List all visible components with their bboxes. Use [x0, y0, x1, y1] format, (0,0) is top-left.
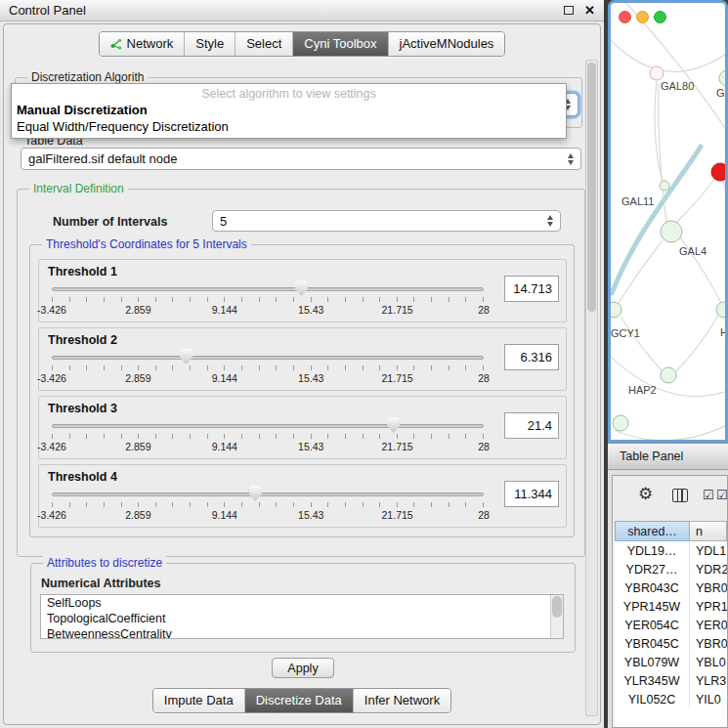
slider-thumb[interactable]	[387, 417, 400, 433]
table-cell-name[interactable]: YBR0	[690, 634, 727, 653]
threshold-value-field[interactable]: 6.316	[504, 344, 559, 370]
table-data-combobox[interactable]: galFiltered.sif default node	[21, 148, 581, 170]
table-cell-shared-name[interactable]: YLR345W	[615, 671, 690, 690]
network-edge	[611, 29, 725, 71]
table-row[interactable]: YLR345WYLR3	[615, 671, 727, 690]
network-view-window[interactable]: GAL80 GA GAL11 GAL4 GCY1 HAP2 H	[608, 0, 728, 443]
table-cell-shared-name[interactable]: YPR145W	[615, 597, 690, 616]
select-all-checkbox-icon[interactable]: ☑	[703, 488, 714, 502]
number-of-intervals-combobox[interactable]: 5	[212, 210, 561, 232]
scrollbar-thumb[interactable]	[587, 63, 596, 312]
slider-track[interactable]	[52, 356, 484, 360]
table-cell-shared-name[interactable]: YDR27…	[615, 560, 690, 578]
minimize-icon[interactable]	[564, 6, 574, 15]
table-cell-name[interactable]: YDR2	[690, 560, 727, 578]
slider-thumb[interactable]	[249, 486, 262, 501]
table-row[interactable]: YDR27…YDR2	[615, 560, 727, 578]
table-header-row: shared… n	[615, 521, 727, 541]
table-cell-name[interactable]: YIL0	[690, 690, 727, 708]
network-node[interactable]	[661, 367, 676, 383]
list-scrollbar[interactable]	[550, 595, 563, 638]
network-node[interactable]	[611, 302, 621, 318]
threshold-value-field[interactable]: 11.344	[504, 481, 559, 507]
table-row[interactable]: YDL19…YDL1	[615, 541, 727, 560]
column-header-name[interactable]: n	[690, 521, 727, 541]
network-node[interactable]	[650, 66, 664, 80]
table-panel-titlebar[interactable]: Table Panel	[608, 443, 728, 470]
network-edge	[619, 240, 663, 303]
table-row[interactable]: YBR043CYBR0	[615, 578, 727, 597]
scrollbar-thumb[interactable]	[552, 596, 562, 618]
slider-track[interactable]	[52, 492, 484, 496]
tab-network[interactable]: Network	[100, 32, 185, 56]
threshold-block: Threshold 2 6.316 -3.4262.8599.14415.432…	[38, 327, 567, 391]
threshold-value-field[interactable]: 21.4	[504, 412, 559, 439]
table-cell-name[interactable]: YLR3	[690, 671, 727, 690]
network-node[interactable]	[660, 181, 669, 191]
table-cell-name[interactable]: YER0	[690, 616, 727, 634]
table-cell-shared-name[interactable]: YBR043C	[615, 578, 690, 597]
network-node[interactable]	[613, 415, 628, 431]
tab-discretize-data[interactable]: Discretize Data	[244, 689, 353, 712]
table-row[interactable]: YER054CYER0	[615, 616, 727, 634]
apply-button[interactable]: Apply	[272, 658, 334, 678]
table-cell-name[interactable]: YPR1	[690, 597, 727, 616]
close-traffic-icon[interactable]	[619, 11, 631, 23]
network-node[interactable]	[716, 302, 725, 318]
numerical-attributes-list[interactable]: SelfLoopsTopologicalCoefficientBetweenne…	[40, 594, 564, 639]
bottom-tab-bar: Impute Data Discretize Data Infer Networ…	[4, 688, 600, 713]
threshold-slider[interactable]: -3.4262.8599.14415.4321.71528	[52, 486, 484, 525]
threshold-value-field[interactable]: 14.713	[504, 276, 559, 302]
control-panel-scrollbar[interactable]	[585, 60, 598, 716]
tab-label: Network	[127, 36, 174, 51]
list-item[interactable]: TopologicalCoefficient	[41, 611, 563, 626]
slider-track[interactable]	[52, 424, 484, 428]
table-cell-shared-name[interactable]: YBL079W	[615, 653, 690, 671]
table-cell-name[interactable]: YBL0	[690, 653, 727, 671]
threshold-slider[interactable]: -3.4262.8599.14415.4321.71528	[52, 349, 484, 388]
table-row[interactable]: YPR145WYPR1	[615, 597, 727, 616]
slider-scale-label: -3.426	[37, 372, 66, 384]
slider-scale-label: 9.144	[212, 372, 237, 384]
interval-definition-group: Interval Definition Number of Intervals …	[17, 189, 585, 557]
settings-gear-icon[interactable]: ⚙	[638, 484, 653, 504]
table-row[interactable]: YBL079WYBL0	[615, 653, 727, 671]
list-item[interactable]: SelfLoops	[41, 595, 563, 611]
dropdown-item-equal-width[interactable]: Equal Width/Frequency Discretization	[12, 118, 566, 135]
slider-track[interactable]	[52, 287, 484, 291]
tab-label: Style	[195, 36, 224, 51]
table-cell-shared-name[interactable]: YDL19…	[615, 541, 690, 560]
threshold-slider[interactable]: -3.4262.8599.14415.4321.71528	[52, 417, 484, 456]
table-cell-name[interactable]: YBR0	[690, 578, 727, 597]
table-row[interactable]: YBR045CYBR0	[615, 634, 727, 653]
tab-cyni-toolbox[interactable]: Cyni Toolbox	[292, 32, 387, 56]
slider-thumb[interactable]	[295, 280, 308, 296]
table-cell-shared-name[interactable]: YBR045C	[615, 634, 690, 653]
control-panel-titlebar[interactable]: Control Panel ✕	[0, 0, 604, 21]
tab-style[interactable]: Style	[184, 32, 235, 56]
table-row[interactable]: YIL052CYIL0	[615, 690, 727, 708]
zoom-traffic-icon[interactable]	[654, 11, 666, 23]
table-cell-shared-name[interactable]: YIL052C	[615, 690, 690, 708]
columns-icon[interactable]	[672, 489, 688, 502]
network-node-selected[interactable]	[711, 163, 725, 181]
slider-scale-label: 9.144	[212, 304, 237, 316]
dropdown-item-manual-discretization[interactable]: Manual Discretization	[12, 102, 566, 118]
list-item[interactable]: BetweennessCentrality	[41, 626, 563, 639]
minimize-traffic-icon[interactable]	[636, 11, 649, 23]
network-node[interactable]	[719, 70, 725, 86]
tab-select[interactable]: Select	[235, 32, 292, 56]
threshold-slider[interactable]: -3.4262.8599.14415.4321.71528	[52, 280, 484, 320]
select-none-checkbox-icon[interactable]: ☑	[716, 488, 728, 502]
slider-thumb[interactable]	[180, 349, 193, 364]
tab-infer-network[interactable]: Infer Network	[353, 689, 450, 712]
tab-impute-data[interactable]: Impute Data	[153, 689, 244, 712]
table-cell-name[interactable]: YDL1	[690, 541, 727, 560]
network-node[interactable]	[661, 221, 682, 242]
table-cell-shared-name[interactable]: YER054C	[615, 616, 690, 634]
network-canvas[interactable]: GAL80 GA GAL11 GAL4 GCY1 HAP2 H	[611, 3, 725, 440]
tab-jactivemnodules[interactable]: jActiveMNodules	[388, 32, 505, 56]
slider-ticks	[52, 502, 484, 507]
close-icon[interactable]: ✕	[584, 4, 595, 17]
column-header-shared-name[interactable]: shared…	[615, 521, 690, 541]
